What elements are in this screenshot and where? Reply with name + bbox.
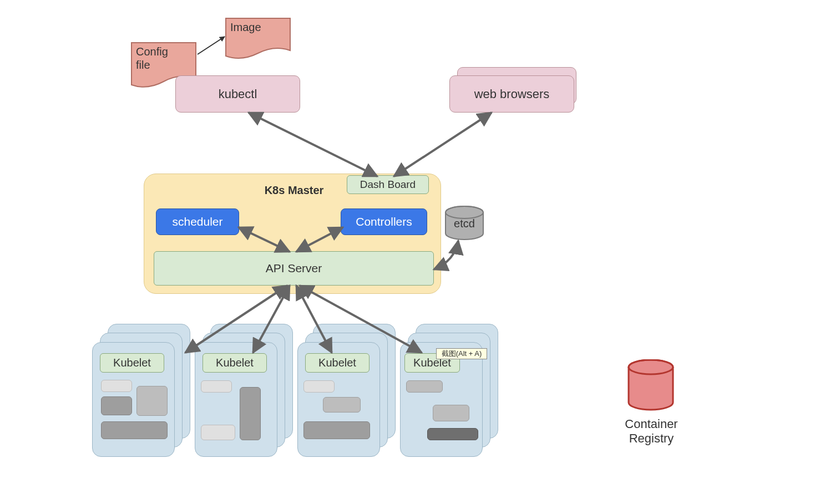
container-block xyxy=(427,428,478,440)
master-title: K8s Master xyxy=(239,183,350,197)
container-block xyxy=(303,421,370,439)
scheduler-label: scheduler xyxy=(172,215,222,228)
diagram-stage: Image Config file kubectl web browsers K… xyxy=(0,0,820,504)
kubelet-label: Kubelet xyxy=(216,357,254,369)
api-server-label: API Server xyxy=(266,262,322,275)
kubelet-box: Kubelet xyxy=(203,353,267,373)
container-block xyxy=(201,380,232,393)
scheduler-box: scheduler xyxy=(156,208,239,235)
kubelet-label: Kubelet xyxy=(318,357,356,369)
registry-icon xyxy=(627,359,675,411)
svg-line-4 xyxy=(198,37,225,54)
kubectl-label: kubectl xyxy=(219,87,257,101)
kubectl-box: kubectl xyxy=(175,75,300,113)
config-file-label: Config file xyxy=(136,45,191,72)
container-block xyxy=(406,380,443,393)
container-block xyxy=(303,380,335,393)
dashboard-box: Dash Board xyxy=(347,175,429,194)
etcd-label: etcd xyxy=(444,215,485,232)
image-doc: Image xyxy=(225,17,291,62)
container-block xyxy=(101,421,168,439)
kubelet-box: Kubelet xyxy=(100,353,164,373)
controllers-box: Controllers xyxy=(341,208,427,235)
container-block xyxy=(101,380,132,392)
svg-line-5 xyxy=(249,113,377,176)
svg-line-6 xyxy=(394,113,492,176)
container-block xyxy=(323,397,361,413)
web-browsers-label: web browsers xyxy=(474,87,550,101)
registry-label: Container Registry xyxy=(615,415,688,448)
image-doc-label: Image xyxy=(230,21,286,34)
container-block xyxy=(201,425,235,440)
container-block xyxy=(240,387,261,440)
container-block xyxy=(136,386,168,416)
screenshot-tooltip: 截图(Alt + A) xyxy=(436,348,487,359)
controllers-label: Controllers xyxy=(356,215,412,228)
container-block xyxy=(101,396,132,415)
kubelet-box: Kubelet xyxy=(305,353,369,373)
container-block xyxy=(433,405,469,421)
dashboard-label: Dash Board xyxy=(360,179,416,191)
kubelet-label: Kubelet xyxy=(113,357,151,369)
api-server-box: API Server xyxy=(154,251,434,286)
web-browsers-box: web browsers xyxy=(449,75,574,113)
